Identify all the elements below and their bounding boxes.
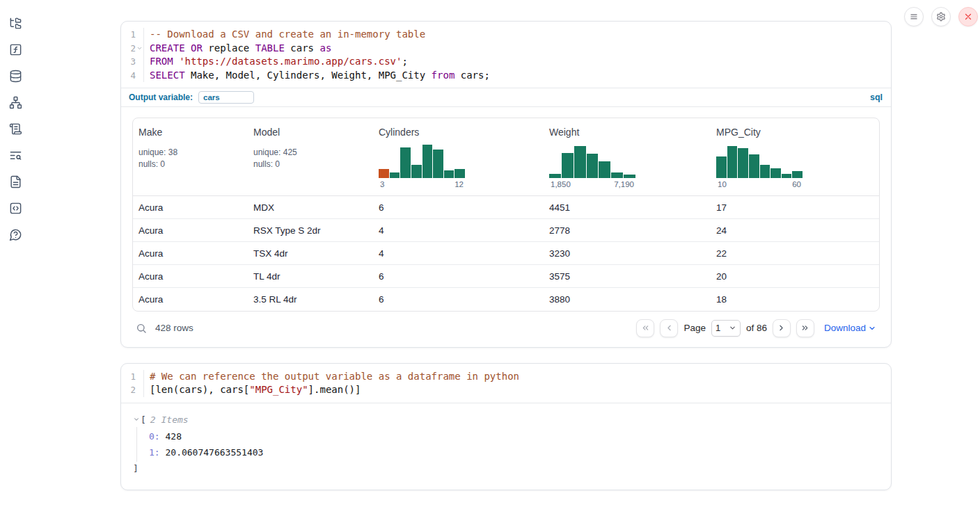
column-stats: unique: 38nulls: 0 — [139, 147, 242, 170]
table-cell: 6 — [373, 196, 544, 219]
line-number: 2 — [130, 383, 136, 397]
shutdown-button[interactable] — [958, 7, 978, 26]
open-bracket: [ — [141, 412, 146, 427]
table-cell: 3.5 RL 4dr — [248, 288, 373, 311]
table-cell: 24 — [711, 219, 879, 242]
download-label: Download — [824, 323, 866, 333]
python-code-editor[interactable]: 12# We can reference the output variable… — [121, 364, 891, 403]
line-number: 3 — [130, 55, 136, 69]
column-header-model[interactable]: Modelunique: 425nulls: 0 — [248, 118, 373, 196]
code-line: [len(cars), cars["MPG_City"].mean()] — [150, 383, 519, 397]
output-variable-input[interactable] — [198, 91, 254, 104]
table-body: AcuraMDX6445117AcuraRSX Type S 2dr427782… — [133, 196, 879, 311]
table-cell: 4 — [373, 219, 544, 242]
next-page-button[interactable] — [773, 319, 791, 337]
column-name: Cylinders — [379, 127, 538, 138]
sidebar-item-logs[interactable] — [8, 147, 23, 163]
table-cell: 4 — [373, 242, 544, 265]
sidebar-item-help[interactable] — [8, 227, 23, 242]
table-cell: 18 — [711, 288, 879, 311]
last-page-button[interactable] — [796, 319, 814, 337]
table-cell: RSX Type S 2dr — [248, 219, 373, 242]
collapse-icon[interactable] — [133, 416, 141, 423]
table-row: Acura3.5 RL 4dr6388018 — [133, 288, 879, 311]
notebook-cells: 1234-- Download a CSV and create an in-m… — [120, 21, 892, 490]
pagination: Page 1 of 86 — [636, 319, 814, 337]
table-cell: TL 4dr — [248, 265, 373, 288]
row-count: 428 rows — [155, 323, 193, 333]
page-select[interactable]: 1 — [711, 320, 741, 337]
table-row: AcuraMDX6445117 — [133, 196, 879, 219]
column-header-mpg_city[interactable]: MPG_City1060 — [711, 118, 879, 196]
sidebar-item-dependency-graph[interactable] — [8, 95, 23, 110]
search-icon[interactable] — [136, 323, 147, 334]
table-cell: Acura — [133, 265, 248, 288]
table-row: AcuraRSX Type S 2dr4277824 — [133, 219, 879, 242]
list-item: 0: 428 — [149, 428, 880, 444]
histogram-bar — [411, 165, 422, 178]
table-cell: 2778 — [544, 219, 711, 242]
settings-button[interactable] — [931, 7, 951, 26]
language-badge: sql — [870, 92, 883, 102]
column-header-make[interactable]: Makeunique: 38nulls: 0 — [133, 118, 248, 196]
column-histogram: 1060 — [716, 145, 803, 188]
list-item: 1: 20.060747663551403 — [149, 444, 880, 460]
code-line: CREATE OR replace TABLE cars as — [150, 42, 490, 56]
axis-max-label: 60 — [792, 180, 801, 188]
code-line: FROM 'https://datasets.marimo.app/cars.c… — [150, 55, 490, 69]
histogram-bar — [770, 168, 781, 178]
table-cell: Acura — [133, 242, 248, 265]
histogram-bar — [611, 172, 623, 178]
histogram-bar — [574, 146, 586, 178]
table-cell: Acura — [133, 288, 248, 311]
column-name: Model — [253, 127, 368, 138]
histogram-bar — [749, 154, 759, 178]
download-button[interactable]: Download — [824, 323, 876, 333]
sidebar-item-file-explorer[interactable] — [8, 15, 23, 31]
sidebar-item-scratchpad[interactable] — [8, 121, 23, 136]
marimo-notebook: 1234-- Download a CSV and create an in-m… — [0, 0, 980, 507]
histogram-bar — [549, 174, 561, 178]
table-cell: MDX — [248, 196, 373, 219]
histogram-bar — [738, 148, 748, 178]
sidebar-item-snippets[interactable] — [8, 200, 23, 216]
line-number: 4 — [130, 69, 136, 83]
item-index: 0: — [149, 431, 160, 442]
column-header-cylinders[interactable]: Cylinders312 — [373, 118, 544, 196]
table-cell: 17 — [711, 196, 879, 219]
histogram-bar — [792, 171, 803, 178]
previous-page-button[interactable] — [660, 319, 678, 337]
axis-max-label: 12 — [455, 180, 464, 188]
histogram-bar — [587, 154, 599, 178]
table-cell: 6 — [373, 265, 544, 288]
axis-max-label: 7,190 — [614, 180, 634, 188]
line-number: 1 — [130, 370, 136, 384]
sidebar — [0, 0, 31, 507]
sidebar-item-data-sources[interactable] — [8, 68, 23, 83]
sidebar-item-variables[interactable] — [8, 42, 23, 57]
page-select-value: 1 — [716, 323, 720, 333]
histogram-bar — [433, 150, 443, 178]
line-number-gutter: 1234 — [121, 28, 144, 82]
sql-cell-footer: Output variable: sql — [121, 88, 891, 106]
histogram-bar — [422, 145, 433, 178]
output-variable-label: Output variable: — [129, 92, 193, 102]
column-header-weight[interactable]: Weight1,8507,190 — [544, 118, 711, 196]
table-cell: Acura — [133, 196, 248, 219]
line-number: 2 — [130, 42, 136, 56]
sql-code-editor[interactable]: 1234-- Download a CSV and create an in-m… — [121, 22, 891, 88]
column-histogram: 312 — [379, 145, 465, 188]
table-footer: 428 rows Page 1 of 86 Do — [132, 319, 880, 337]
menu-button[interactable] — [904, 7, 924, 26]
table-cell: 3575 — [544, 265, 711, 288]
axis-min-label: 10 — [718, 180, 727, 188]
axis-min-label: 3 — [380, 180, 384, 188]
sql-output: Makeunique: 38nulls: 0Modelunique: 425nu… — [121, 106, 891, 347]
first-page-button[interactable] — [636, 319, 654, 337]
sidebar-item-documentation[interactable] — [8, 174, 23, 189]
column-name: Weight — [549, 127, 705, 138]
column-name: MPG_City — [716, 127, 874, 138]
line-number-gutter: 12 — [121, 370, 144, 397]
fold-chevron-icon[interactable] — [136, 45, 143, 52]
histogram-bar — [400, 147, 411, 178]
